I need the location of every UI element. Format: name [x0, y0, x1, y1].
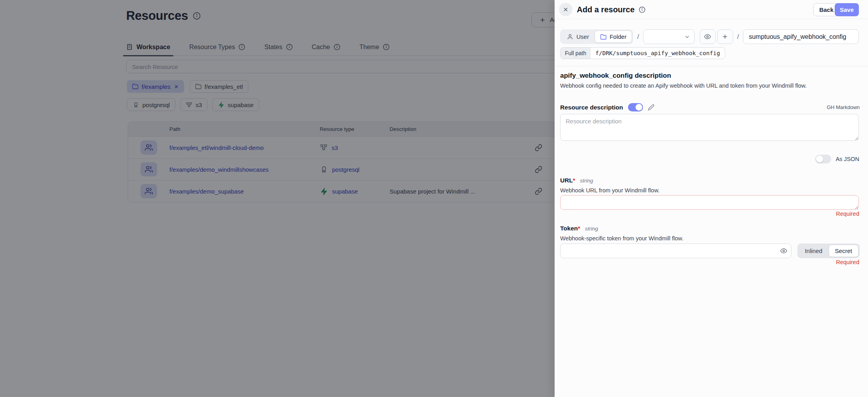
field-type: string: [580, 178, 593, 184]
owner-kind-toggle: User Folder: [560, 29, 633, 44]
as-json-row: As JSON: [815, 155, 859, 163]
view-folder-button[interactable]: [700, 29, 716, 44]
field-name: Token*: [560, 225, 580, 232]
required-star: *: [578, 225, 580, 232]
eye-icon[interactable]: [780, 247, 787, 254]
as-json-toggle[interactable]: [815, 155, 831, 163]
token-field-label-row: Token* string: [560, 225, 598, 232]
as-json-label: As JSON: [835, 156, 859, 162]
folder-select[interactable]: [643, 29, 695, 44]
token-storage-toggle: Inlined Secret: [797, 244, 860, 258]
token-storage-inlined[interactable]: Inlined: [799, 245, 829, 257]
user-icon: [567, 34, 573, 40]
drawer-header: Add a resource Back Save: [555, 0, 868, 19]
save-button[interactable]: Save: [835, 3, 859, 16]
token-input-row: Inlined Secret: [560, 244, 860, 258]
url-field-description: Webhook URL from your Windmill flow.: [560, 187, 660, 194]
pencil-icon[interactable]: [648, 104, 655, 111]
url-required-message: Required: [836, 211, 859, 217]
token-field-description: Webhook-specific token from your Windmil…: [560, 235, 684, 242]
drawer-title: Add a resource: [577, 5, 635, 14]
resource-description-label: Resource description: [560, 104, 623, 111]
info-icon[interactable]: [639, 6, 645, 13]
url-input[interactable]: [560, 195, 859, 210]
resource-description-row: Resource description GH Markdown: [560, 103, 860, 111]
schema-description: Webhook config needed to create an Apify…: [560, 82, 807, 89]
token-storage-secret[interactable]: Secret: [829, 245, 859, 257]
field-name: URL*: [560, 177, 575, 184]
resource-name-input[interactable]: [743, 29, 859, 44]
path-separator: /: [637, 33, 639, 41]
owner-kind-user[interactable]: User: [561, 31, 595, 43]
schema-heading: apify_webhook_config description: [560, 72, 671, 80]
folder-icon: [600, 34, 607, 40]
token-required-message: Required: [836, 259, 859, 265]
owner-kind-folder[interactable]: Folder: [595, 31, 632, 43]
description-toggle[interactable]: [628, 103, 643, 111]
markdown-hint: GH Markdown: [827, 104, 860, 110]
field-type: string: [585, 226, 598, 232]
close-icon[interactable]: [559, 3, 572, 16]
required-star: *: [573, 177, 575, 184]
token-input[interactable]: [560, 244, 791, 258]
drawer-backdrop[interactable]: [0, 0, 555, 397]
resource-description-input[interactable]: [560, 114, 859, 141]
path-separator: /: [737, 33, 739, 41]
new-folder-button[interactable]: [717, 29, 733, 44]
divider: [555, 66, 868, 66]
path-builder-row: User Folder / /: [560, 29, 859, 44]
url-field-label-row: URL* string: [560, 177, 593, 184]
full-path: Full path f/DRK/sumptuous_apify_webhook_…: [560, 47, 725, 59]
full-path-label: Full path: [561, 48, 591, 59]
full-path-value: f/DRK/sumptuous_apify_webhook_config: [591, 48, 725, 59]
add-resource-drawer: Add a resource Back Save User Folder / /…: [555, 0, 868, 397]
